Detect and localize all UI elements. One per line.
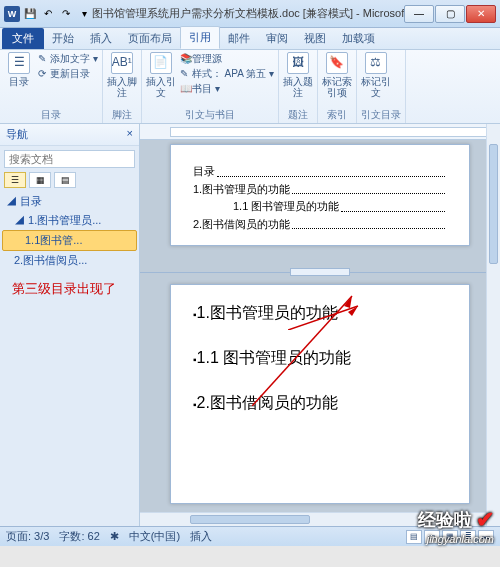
nav-close-icon[interactable]: ×: [127, 127, 133, 142]
watermark-brand: 经验啦: [418, 508, 472, 532]
nav-view-tabs: ☰ ▦ ▤: [0, 172, 139, 188]
status-insert-mode[interactable]: 插入: [190, 529, 212, 544]
tab-insert[interactable]: 插入: [82, 28, 120, 49]
window-title: 图书馆管理系统用户需求分析文档模板.doc [兼容模式] - Microsoft…: [92, 6, 404, 21]
page-break-handle: [290, 268, 350, 276]
maximize-button[interactable]: ▢: [435, 5, 465, 23]
redo-icon[interactable]: ↷: [58, 6, 74, 22]
caption-label: 插入题注: [283, 76, 313, 98]
citation-icon: 📄: [150, 52, 172, 74]
tab-file[interactable]: 文件: [2, 28, 44, 49]
tab-review[interactable]: 审阅: [258, 28, 296, 49]
group-captions-label: 题注: [283, 108, 313, 123]
tree-item-1-1[interactable]: 1.1图书管...: [2, 230, 137, 251]
group-citations-label: 引文与书目: [146, 108, 274, 123]
group-footnotes: AB¹ 插入脚注 脚注: [103, 50, 142, 123]
manage-sources-button[interactable]: 📚管理源: [180, 52, 274, 66]
nav-tab-headings[interactable]: ☰: [4, 172, 26, 188]
watermark-url: jingyanla.com: [418, 533, 494, 545]
scrollbar-thumb[interactable]: [489, 144, 498, 264]
ribbon-tabs: 文件 开始 插入 页面布局 引用 邮件 审阅 视图 加载项: [0, 28, 500, 50]
navigation-pane: 导航 × ☰ ▦ ▤ ◢ 目录 ◢ 1.图书管理员... 1.1图书管... 2…: [0, 124, 140, 526]
heading-1-1: ▪1.1 图书管理员的功能: [193, 348, 447, 369]
save-icon[interactable]: 💾: [22, 6, 38, 22]
check-icon: ✔: [476, 507, 494, 533]
mark-citation-icon: ⚖: [365, 52, 387, 74]
insert-citation-button[interactable]: 📄 插入引文: [146, 52, 176, 98]
tab-mailings[interactable]: 邮件: [220, 28, 258, 49]
update-toc-button[interactable]: ⟳更新目录: [38, 67, 98, 81]
heading-tree: ◢ 目录 ◢ 1.图书管理员... 1.1图书管... 2.图书借阅员...: [0, 188, 139, 274]
nav-header: 导航 ×: [0, 124, 139, 146]
toc-entry-1: 1.图书管理员的功能: [193, 181, 290, 199]
tree-root[interactable]: ◢ 目录: [2, 192, 137, 211]
window-controls: — ▢ ✕: [404, 5, 496, 23]
close-button[interactable]: ✕: [466, 5, 496, 23]
document-area: 目录 1.图书管理员的功能 1.1 图书管理员的功能 2.图书借阅员的功能 ▪1…: [140, 124, 500, 526]
index-icon: 🔖: [326, 52, 348, 74]
workspace: 导航 × ☰ ▦ ▤ ◢ 目录 ◢ 1.图书管理员... 1.1图书管... 2…: [0, 124, 500, 526]
status-language[interactable]: 中文(中国): [129, 529, 180, 544]
mark-index-button[interactable]: 🔖 标记索引项: [322, 52, 352, 98]
citation-style-select[interactable]: ✎样式： APA 第五 ▾: [180, 67, 274, 81]
nav-title: 导航: [6, 127, 28, 142]
group-toc-label: 目录: [4, 108, 98, 123]
toc-title: 目录: [193, 163, 215, 181]
group-citations: 📄 插入引文 📚管理源 ✎样式： APA 第五 ▾ 📖书目 ▾ 引文与书目: [142, 50, 279, 123]
toc-entry-2: 2.图书借阅员的功能: [193, 216, 290, 234]
undo-icon[interactable]: ↶: [40, 6, 56, 22]
group-captions: 🖼 插入题注 题注: [279, 50, 318, 123]
watermark: 经验啦✔ jingyanla.com: [418, 507, 494, 545]
title-bar: W 💾 ↶ ↷ ▾ 图书馆管理系统用户需求分析文档模板.doc [兼容模式] -…: [0, 0, 500, 28]
index-label: 标记索引项: [322, 76, 352, 98]
footnote-icon: AB¹: [111, 52, 133, 74]
tree-item-1[interactable]: ◢ 1.图书管理员...: [2, 211, 137, 230]
status-words[interactable]: 字数: 62: [59, 529, 99, 544]
toc-label: 目录: [9, 76, 29, 87]
horizontal-ruler[interactable]: [140, 124, 500, 140]
status-page[interactable]: 页面: 3/3: [6, 529, 49, 544]
tab-view[interactable]: 视图: [296, 28, 334, 49]
qat-dropdown-icon[interactable]: ▾: [76, 6, 92, 22]
group-toc: ☰ 目录 ✎添加文字 ▾ ⟳更新目录 目录: [0, 50, 103, 123]
nav-tab-pages[interactable]: ▦: [29, 172, 51, 188]
bibliography-button[interactable]: 📖书目 ▾: [180, 82, 274, 96]
page-2[interactable]: ▪1.图书管理员的功能 ▪1.1 图书管理员的功能 ▪2.图书借阅员的功能: [170, 284, 470, 504]
annotation-text: 第三级目录出现了: [12, 280, 116, 298]
group-footnotes-label: 脚注: [107, 108, 137, 123]
add-text-button[interactable]: ✎添加文字 ▾: [38, 52, 98, 66]
vertical-scrollbar[interactable]: [486, 124, 500, 526]
citation-label: 插入引文: [146, 76, 176, 98]
status-lang-icon: ✱: [110, 530, 119, 543]
insert-footnote-button[interactable]: AB¹ 插入脚注: [107, 52, 137, 98]
insert-caption-button[interactable]: 🖼 插入题注: [283, 52, 313, 98]
ribbon: ☰ 目录 ✎添加文字 ▾ ⟳更新目录 目录 AB¹ 插入脚注 脚注 📄 插入引文: [0, 50, 500, 124]
tab-home[interactable]: 开始: [44, 28, 82, 49]
page-1[interactable]: 目录 1.图书管理员的功能 1.1 图书管理员的功能 2.图书借阅员的功能: [170, 144, 470, 246]
minimize-button[interactable]: —: [404, 5, 434, 23]
toc-button[interactable]: ☰ 目录: [4, 52, 34, 87]
scrollbar-thumb[interactable]: [190, 515, 310, 524]
group-authorities: ⚖ 标记引文 引文目录: [357, 50, 406, 123]
tab-layout[interactable]: 页面布局: [120, 28, 180, 49]
quick-access-toolbar: W 💾 ↶ ↷ ▾: [4, 6, 92, 22]
tab-references[interactable]: 引用: [180, 26, 220, 49]
search-input[interactable]: [4, 150, 135, 168]
heading-2: ▪2.图书借阅员的功能: [193, 393, 447, 414]
toc-icon: ☰: [8, 52, 30, 74]
nav-tab-results[interactable]: ▤: [54, 172, 76, 188]
tab-addins[interactable]: 加载项: [334, 28, 383, 49]
group-index: 🔖 标记索引项 索引: [318, 50, 357, 123]
heading-1: ▪1.图书管理员的功能: [193, 303, 447, 324]
mark-citation-button[interactable]: ⚖ 标记引文: [361, 52, 391, 98]
app-icon: W: [4, 6, 20, 22]
tree-item-2[interactable]: 2.图书借阅员...: [2, 251, 137, 270]
group-authorities-label: 引文目录: [361, 108, 401, 123]
footnote-label: 插入脚注: [107, 76, 137, 98]
caption-icon: 🖼: [287, 52, 309, 74]
group-index-label: 索引: [322, 108, 352, 123]
mark-citation-label: 标记引文: [361, 76, 391, 98]
